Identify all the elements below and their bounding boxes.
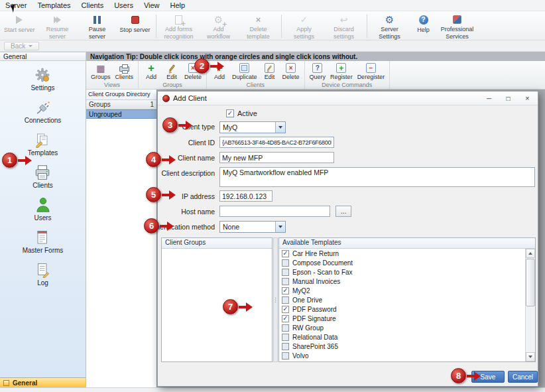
- template-label: PDF Signature: [292, 315, 336, 322]
- ribbon-button-label: Add: [146, 74, 156, 80]
- ribbon-button-device-commands-register[interactable]: +Register: [329, 62, 354, 80]
- template-row-compose-document[interactable]: Compose Document: [279, 258, 525, 267]
- host-name-label: Host name: [181, 208, 215, 216]
- checkbox-rw-group[interactable]: [282, 324, 289, 332]
- client-name-label: Client name: [178, 154, 215, 162]
- close-button[interactable]: ×: [518, 92, 537, 105]
- ribbon-button-clients-duplicate[interactable]: Duplicate: [231, 62, 259, 80]
- sidebar-item-log[interactable]: Log: [35, 261, 51, 287]
- ribbon-button-groups-add[interactable]: +Add: [142, 62, 160, 80]
- dialog-title-bar[interactable]: Add Client ─ □ ×: [158, 92, 538, 105]
- menu-users[interactable]: Users: [109, 1, 139, 11]
- ribbon-group-buttons: +AddDuplicateEdit×Delete: [210, 62, 301, 82]
- scrollbar-thumb[interactable]: [526, 259, 535, 306]
- delete-frame-icon: ×: [286, 62, 296, 74]
- authentication-method-value: None: [220, 222, 275, 232]
- client-type-select[interactable]: MyQ: [219, 121, 286, 133]
- ribbon-button-groups-delete[interactable]: ×Delete: [183, 62, 203, 80]
- sidebar-item-clients[interactable]: Clients: [32, 164, 53, 189]
- template-row-sharepoint-365[interactable]: SharePoint 365: [279, 342, 525, 351]
- ribbon-button-device-commands-query[interactable]: ?Query: [308, 62, 328, 80]
- menu-templates[interactable]: Templates: [32, 1, 76, 11]
- checkbox-epson-scan-to-fax[interactable]: [282, 269, 289, 276]
- checkbox-manual-invoices[interactable]: [282, 278, 289, 285]
- checkbox-relational-data[interactable]: [282, 334, 289, 341]
- save-button[interactable]: Save: [471, 371, 505, 383]
- minimize-button[interactable]: ─: [479, 92, 499, 105]
- checkbox-myq2[interactable]: [282, 287, 289, 294]
- scroll-up-icon[interactable]: [526, 249, 535, 258]
- navigation-tip: Navigation Tip: Double click icons with …: [86, 52, 545, 61]
- menu-clients[interactable]: Clients: [76, 1, 109, 11]
- toolbar-button-stop-server[interactable]: Stop server: [117, 13, 153, 40]
- help-icon: ?: [419, 14, 428, 26]
- template-row-pdf-signature[interactable]: PDF Signature: [279, 314, 525, 323]
- sidebar-footer-general[interactable]: General: [0, 377, 86, 387]
- sidebar-item-master-forms[interactable]: Master Forms: [23, 229, 64, 254]
- ribbon-button-label: Delete: [282, 74, 300, 80]
- add-forms-recognition-icon: [175, 14, 182, 25]
- ribbon-group-label: Views: [90, 82, 135, 89]
- client-id-input[interactable]: [219, 137, 334, 148]
- template-row-pdf-password[interactable]: PDF Password: [279, 304, 525, 314]
- template-row-one-drive[interactable]: One Drive: [279, 295, 525, 304]
- sidebar-item-templates[interactable]: Templates: [28, 131, 58, 157]
- ribbon-button-clients-add[interactable]: +Add: [210, 62, 229, 80]
- menu-help[interactable]: Help: [165, 1, 191, 11]
- templates-scrollbar[interactable]: [525, 249, 535, 361]
- checkbox-compose-document[interactable]: [282, 259, 289, 267]
- active-checkbox[interactable]: [226, 109, 234, 117]
- edit-icon: [171, 62, 173, 74]
- group-item-ungrouped[interactable]: Ungrouped: [86, 109, 156, 119]
- cancel-button[interactable]: Cancel: [508, 371, 538, 383]
- template-row-epson-scan-to-fax[interactable]: Epson - Scan to Fax: [279, 267, 525, 277]
- client-description-input[interactable]: MyQ Smartworkflow enabled MFP: [219, 167, 535, 187]
- template-row-manual-invoices[interactable]: Manual Invoices: [279, 277, 525, 286]
- menu-view[interactable]: View: [139, 1, 165, 11]
- toolbar-button-pause-server[interactable]: Pause server: [78, 13, 117, 40]
- sidebar-item-connections[interactable]: Connections: [25, 99, 62, 124]
- checkbox-volvo[interactable]: [282, 352, 289, 359]
- sidebar-item-settings[interactable]: Settings: [30, 66, 54, 92]
- checkbox-pdf-password[interactable]: [282, 306, 289, 313]
- maximize-button[interactable]: □: [499, 92, 518, 105]
- checkbox-pdf-signature[interactable]: [282, 315, 289, 322]
- toolbar-button-help[interactable]: ?Help: [410, 13, 438, 40]
- template-row-relational-data[interactable]: Relational Data: [279, 332, 525, 342]
- sidebar-item-users[interactable]: Users: [34, 196, 51, 222]
- template-row-myq2[interactable]: MyQ2: [279, 286, 525, 295]
- ribbon-button-groups-edit[interactable]: Edit: [162, 62, 181, 80]
- client-name-input[interactable]: [219, 152, 334, 163]
- scroll-down-icon[interactable]: [526, 352, 535, 361]
- ribbon-button-clients-edit[interactable]: Edit: [261, 62, 279, 80]
- template-row-car-hire-return[interactable]: Car Hire Return: [279, 249, 525, 258]
- add-client-dialog: Add Client ─ □ × Active Client type MyQ …: [157, 91, 538, 387]
- ip-address-input[interactable]: [219, 190, 272, 202]
- checkbox-car-hire-return[interactable]: [282, 250, 289, 257]
- host-name-browse-button[interactable]: ...: [335, 206, 351, 217]
- authentication-method-select[interactable]: None: [219, 221, 286, 233]
- toolbar-button-discard-settings: ↩Discard settings: [324, 13, 364, 40]
- ribbon-group-device-commands: ?Query+Register−DeregisterDevice Command…: [305, 61, 391, 89]
- toolbar-button-professional-services[interactable]: Professional Services: [438, 13, 477, 40]
- host-name-input[interactable]: [219, 206, 330, 217]
- dialog-title: Add Client: [173, 94, 207, 102]
- checkbox-one-drive[interactable]: [282, 296, 289, 304]
- client-groups-list[interactable]: [162, 249, 272, 361]
- client-description-label: Client description: [161, 169, 215, 177]
- checkbox-sharepoint-365[interactable]: [282, 343, 289, 350]
- main-toolbar: Start serverResume serverPause serverSto…: [0, 11, 545, 40]
- groups-header[interactable]: Groups 1: [86, 100, 156, 109]
- available-templates-panel: Available Templates Car Hire ReturnCompo…: [278, 237, 536, 362]
- ribbon-button-device-commands-deregister[interactable]: −Deregister: [356, 62, 387, 80]
- resume-server-icon: [54, 14, 61, 25]
- template-row-volvo[interactable]: Volvo: [279, 351, 525, 360]
- panel-splitter[interactable]: [273, 237, 278, 362]
- ribbon-button-views-clients[interactable]: Clients: [114, 62, 135, 80]
- toolbar-button-server-settings[interactable]: ⚙Server Settings: [370, 13, 410, 40]
- toolbar-button-add-forms-recognition: Add forms recognition: [159, 13, 199, 40]
- ribbon-button-views-groups[interactable]: ▦Groups: [90, 62, 112, 80]
- template-row-rw-group[interactable]: RW Group: [279, 323, 525, 332]
- ribbon-button-clients-delete[interactable]: ×Delete: [281, 62, 301, 80]
- start-server-icon: [16, 14, 23, 26]
